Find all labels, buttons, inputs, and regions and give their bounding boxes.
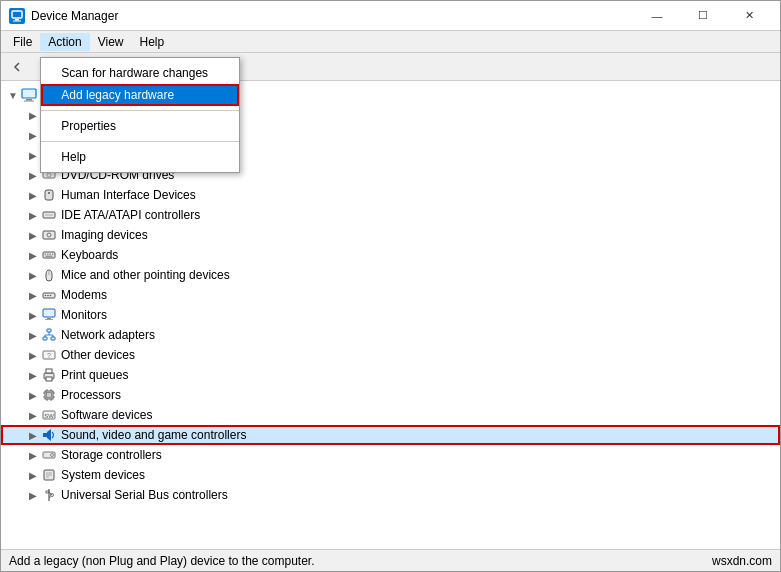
- add-legacy-item[interactable]: Add legacy hardware: [41, 84, 239, 106]
- toolbar-back-btn[interactable]: [5, 56, 29, 78]
- list-item[interactable]: ▶ Print queues: [1, 365, 780, 385]
- menu-separator-2: [41, 141, 239, 142]
- svg-point-39: [45, 295, 47, 297]
- item-arrow: ▶: [25, 407, 41, 423]
- svg-rect-33: [47, 254, 49, 256]
- menu-separator-1: [41, 110, 239, 111]
- system-icon: [41, 467, 57, 483]
- menu-help[interactable]: Help: [132, 33, 173, 51]
- item-arrow: ▶: [25, 187, 41, 203]
- item-arrow: ▶: [25, 467, 41, 483]
- item-label: Imaging devices: [61, 228, 148, 242]
- mice-icon: [41, 267, 57, 283]
- item-arrow: ▶: [25, 127, 41, 143]
- status-text: Add a legacy (non Plug and Play) device …: [9, 554, 315, 568]
- svg-rect-44: [45, 319, 53, 320]
- status-bar: Add a legacy (non Plug and Play) device …: [1, 549, 780, 571]
- other-icon: ?: [41, 347, 57, 363]
- item-label: Storage controllers: [61, 448, 162, 462]
- item-arrow: ▶: [25, 347, 41, 363]
- sound-item[interactable]: ▶ Sound, video and game controllers: [1, 425, 780, 445]
- svg-rect-11: [22, 89, 36, 98]
- item-arrow: ▶: [25, 167, 41, 183]
- list-item[interactable]: ▶ Keyboards: [1, 245, 780, 265]
- processor-icon: [41, 387, 57, 403]
- item-arrow: ▶: [25, 327, 41, 343]
- hid-icon: [41, 187, 57, 203]
- minimize-button[interactable]: —: [634, 1, 680, 31]
- list-item[interactable]: ▶ Imaging devices: [1, 225, 780, 245]
- item-arrow: ▶: [25, 227, 41, 243]
- item-label: Print queues: [61, 368, 128, 382]
- action-menu-container: Action Scan for hardware changes Add leg…: [40, 35, 89, 49]
- title-bar: Device Manager — ☐ ✕: [1, 1, 780, 31]
- item-arrow: ▶: [25, 107, 41, 123]
- root-icon: [21, 87, 37, 103]
- menu-bar: File Action Scan for hardware changes Ad…: [1, 31, 780, 53]
- item-arrow: ▶: [25, 387, 41, 403]
- item-arrow: ▶: [25, 307, 41, 323]
- item-arrow: ▶: [25, 267, 41, 283]
- item-arrow: ▶: [25, 287, 41, 303]
- list-item[interactable]: ▶ IDE ATA/ATAPI controllers: [1, 205, 780, 225]
- svg-rect-13: [24, 101, 34, 102]
- item-arrow: ▶: [25, 147, 41, 163]
- title-bar-left: Device Manager: [9, 8, 118, 24]
- list-item[interactable]: ▶ Universal Serial Bus controllers: [1, 485, 780, 505]
- svg-rect-55: [46, 369, 52, 373]
- properties-item[interactable]: Properties: [41, 115, 239, 137]
- list-item[interactable]: ▶ Monitors: [1, 305, 780, 325]
- svg-rect-47: [51, 337, 55, 340]
- maximize-button[interactable]: ☐: [680, 1, 726, 31]
- svg-rect-42: [43, 309, 55, 317]
- svg-rect-69: [43, 433, 47, 437]
- scan-hardware-item[interactable]: Scan for hardware changes: [41, 62, 239, 84]
- svg-rect-25: [45, 190, 53, 200]
- close-button[interactable]: ✕: [726, 1, 772, 31]
- imaging-icon: [41, 227, 57, 243]
- modem-icon: [41, 287, 57, 303]
- sound-icon: [41, 427, 57, 443]
- item-label: Sound, video and game controllers: [61, 428, 246, 442]
- list-item[interactable]: ▶ System devices: [1, 465, 780, 485]
- item-label: Modems: [61, 288, 107, 302]
- software-icon: SW: [41, 407, 57, 423]
- keyboard-icon: [41, 247, 57, 263]
- item-arrow: ▶: [25, 427, 41, 443]
- list-item[interactable]: ▶ Storage controllers: [1, 445, 780, 465]
- list-item[interactable]: ▶ SW Software devices: [1, 405, 780, 425]
- item-arrow: ▶: [25, 447, 41, 463]
- menu-view[interactable]: View: [90, 33, 132, 51]
- menu-file[interactable]: File: [5, 33, 40, 51]
- item-label: System devices: [61, 468, 145, 482]
- list-item[interactable]: ▶ Modems: [1, 285, 780, 305]
- svg-rect-12: [26, 99, 32, 101]
- item-label: IDE ATA/ATAPI controllers: [61, 208, 200, 222]
- item-arrow: ▶: [25, 487, 41, 503]
- svg-point-40: [47, 295, 49, 297]
- item-arrow: ▶: [25, 207, 41, 223]
- svg-text:?: ?: [47, 352, 51, 359]
- list-item[interactable]: ▶ ? Other devices: [1, 345, 780, 365]
- svg-rect-2: [13, 20, 21, 21]
- menu-action[interactable]: Action: [40, 33, 89, 51]
- monitor-icon: [41, 307, 57, 323]
- print-icon: [41, 367, 57, 383]
- list-item[interactable]: ▶ Mice and other pointing devices: [1, 265, 780, 285]
- list-item[interactable]: ▶ Human Interface Devices: [1, 185, 780, 205]
- usb-icon: [41, 487, 57, 503]
- svg-point-26: [48, 192, 50, 194]
- list-item[interactable]: ▶ Network adapters: [1, 325, 780, 345]
- item-label: Other devices: [61, 348, 135, 362]
- item-arrow: ▶: [25, 367, 41, 383]
- list-item[interactable]: ▶ Processors: [1, 385, 780, 405]
- device-manager-window: Device Manager — ☐ ✕ File Action Scan fo…: [0, 0, 781, 572]
- item-label: Human Interface Devices: [61, 188, 196, 202]
- svg-rect-0: [12, 11, 22, 18]
- item-label: Network adapters: [61, 328, 155, 342]
- svg-point-41: [50, 295, 52, 297]
- help-item[interactable]: Help: [41, 146, 239, 168]
- svg-rect-56: [46, 377, 52, 381]
- storage-icon: [41, 447, 57, 463]
- svg-rect-32: [45, 254, 47, 256]
